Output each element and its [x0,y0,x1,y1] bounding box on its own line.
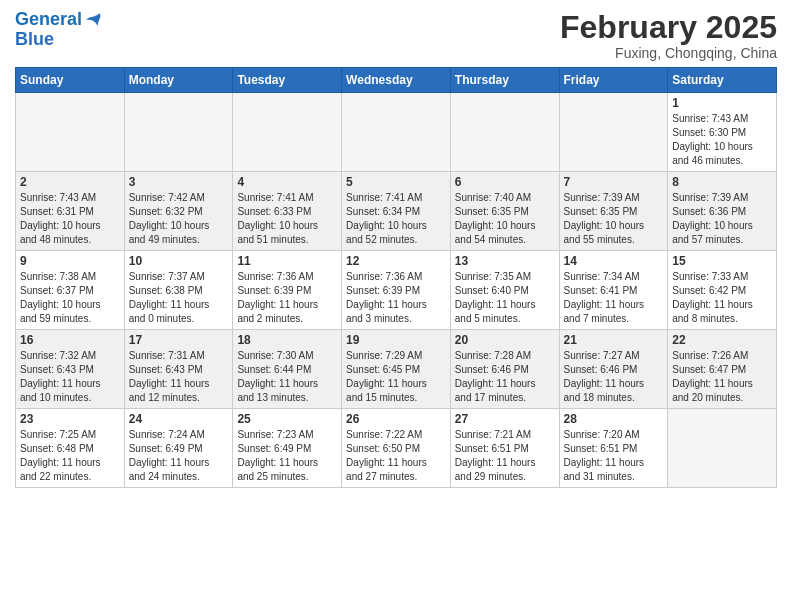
header: General Blue February 2025 Fuxing, Chong… [15,10,777,61]
day-info: Sunrise: 7:38 AM Sunset: 6:37 PM Dayligh… [20,270,120,326]
day-info: Sunrise: 7:32 AM Sunset: 6:43 PM Dayligh… [20,349,120,405]
day-info: Sunrise: 7:43 AM Sunset: 6:31 PM Dayligh… [20,191,120,247]
day-info: Sunrise: 7:24 AM Sunset: 6:49 PM Dayligh… [129,428,229,484]
day-info: Sunrise: 7:22 AM Sunset: 6:50 PM Dayligh… [346,428,446,484]
calendar-week-row: 9Sunrise: 7:38 AM Sunset: 6:37 PM Daylig… [16,251,777,330]
calendar-day-cell: 11Sunrise: 7:36 AM Sunset: 6:39 PM Dayli… [233,251,342,330]
day-number: 20 [455,333,555,347]
day-info: Sunrise: 7:36 AM Sunset: 6:39 PM Dayligh… [237,270,337,326]
weekday-header-tuesday: Tuesday [233,68,342,93]
day-info: Sunrise: 7:26 AM Sunset: 6:47 PM Dayligh… [672,349,772,405]
day-number: 17 [129,333,229,347]
calendar-day-cell: 17Sunrise: 7:31 AM Sunset: 6:43 PM Dayli… [124,330,233,409]
calendar-day-cell: 7Sunrise: 7:39 AM Sunset: 6:35 PM Daylig… [559,172,668,251]
day-info: Sunrise: 7:34 AM Sunset: 6:41 PM Dayligh… [564,270,664,326]
calendar-day-cell: 6Sunrise: 7:40 AM Sunset: 6:35 PM Daylig… [450,172,559,251]
day-number: 13 [455,254,555,268]
day-number: 27 [455,412,555,426]
day-number: 8 [672,175,772,189]
day-info: Sunrise: 7:36 AM Sunset: 6:39 PM Dayligh… [346,270,446,326]
weekday-header-friday: Friday [559,68,668,93]
day-info: Sunrise: 7:28 AM Sunset: 6:46 PM Dayligh… [455,349,555,405]
calendar-day-cell: 12Sunrise: 7:36 AM Sunset: 6:39 PM Dayli… [342,251,451,330]
calendar-day-cell: 1Sunrise: 7:43 AM Sunset: 6:30 PM Daylig… [668,93,777,172]
calendar-day-cell: 8Sunrise: 7:39 AM Sunset: 6:36 PM Daylig… [668,172,777,251]
day-number: 23 [20,412,120,426]
calendar-week-row: 23Sunrise: 7:25 AM Sunset: 6:48 PM Dayli… [16,409,777,488]
calendar-day-cell: 20Sunrise: 7:28 AM Sunset: 6:46 PM Dayli… [450,330,559,409]
calendar-day-cell: 3Sunrise: 7:42 AM Sunset: 6:32 PM Daylig… [124,172,233,251]
calendar-day-cell: 21Sunrise: 7:27 AM Sunset: 6:46 PM Dayli… [559,330,668,409]
calendar-day-cell: 24Sunrise: 7:24 AM Sunset: 6:49 PM Dayli… [124,409,233,488]
day-number: 1 [672,96,772,110]
weekday-header-wednesday: Wednesday [342,68,451,93]
calendar-day-cell [342,93,451,172]
day-info: Sunrise: 7:39 AM Sunset: 6:35 PM Dayligh… [564,191,664,247]
weekday-header-monday: Monday [124,68,233,93]
day-number: 3 [129,175,229,189]
logo: General Blue [15,10,102,50]
day-number: 4 [237,175,337,189]
day-info: Sunrise: 7:31 AM Sunset: 6:43 PM Dayligh… [129,349,229,405]
weekday-header-thursday: Thursday [450,68,559,93]
calendar-day-cell: 18Sunrise: 7:30 AM Sunset: 6:44 PM Dayli… [233,330,342,409]
day-number: 6 [455,175,555,189]
day-number: 24 [129,412,229,426]
day-number: 21 [564,333,664,347]
calendar-day-cell: 28Sunrise: 7:20 AM Sunset: 6:51 PM Dayli… [559,409,668,488]
calendar-day-cell [668,409,777,488]
day-info: Sunrise: 7:21 AM Sunset: 6:51 PM Dayligh… [455,428,555,484]
day-info: Sunrise: 7:23 AM Sunset: 6:49 PM Dayligh… [237,428,337,484]
logo-general: General [15,9,82,29]
calendar-day-cell: 27Sunrise: 7:21 AM Sunset: 6:51 PM Dayli… [450,409,559,488]
day-number: 26 [346,412,446,426]
day-number: 11 [237,254,337,268]
calendar-day-cell: 14Sunrise: 7:34 AM Sunset: 6:41 PM Dayli… [559,251,668,330]
calendar-day-cell: 5Sunrise: 7:41 AM Sunset: 6:34 PM Daylig… [342,172,451,251]
calendar-week-row: 16Sunrise: 7:32 AM Sunset: 6:43 PM Dayli… [16,330,777,409]
calendar-day-cell [559,93,668,172]
day-number: 2 [20,175,120,189]
day-number: 22 [672,333,772,347]
day-number: 14 [564,254,664,268]
logo-blue: Blue [15,29,54,49]
day-info: Sunrise: 7:25 AM Sunset: 6:48 PM Dayligh… [20,428,120,484]
calendar-week-row: 1Sunrise: 7:43 AM Sunset: 6:30 PM Daylig… [16,93,777,172]
calendar-day-cell: 2Sunrise: 7:43 AM Sunset: 6:31 PM Daylig… [16,172,125,251]
calendar-day-cell: 13Sunrise: 7:35 AM Sunset: 6:40 PM Dayli… [450,251,559,330]
day-info: Sunrise: 7:27 AM Sunset: 6:46 PM Dayligh… [564,349,664,405]
calendar-day-cell [16,93,125,172]
calendar-day-cell: 9Sunrise: 7:38 AM Sunset: 6:37 PM Daylig… [16,251,125,330]
day-info: Sunrise: 7:39 AM Sunset: 6:36 PM Dayligh… [672,191,772,247]
day-info: Sunrise: 7:41 AM Sunset: 6:33 PM Dayligh… [237,191,337,247]
calendar-day-cell: 22Sunrise: 7:26 AM Sunset: 6:47 PM Dayli… [668,330,777,409]
day-number: 15 [672,254,772,268]
calendar-day-cell [233,93,342,172]
page: General Blue February 2025 Fuxing, Chong… [0,0,792,612]
day-number: 18 [237,333,337,347]
cal-subtitle: Fuxing, Chongqing, China [560,45,777,61]
calendar-day-cell: 10Sunrise: 7:37 AM Sunset: 6:38 PM Dayli… [124,251,233,330]
day-info: Sunrise: 7:41 AM Sunset: 6:34 PM Dayligh… [346,191,446,247]
calendar-day-cell [124,93,233,172]
day-info: Sunrise: 7:35 AM Sunset: 6:40 PM Dayligh… [455,270,555,326]
day-info: Sunrise: 7:33 AM Sunset: 6:42 PM Dayligh… [672,270,772,326]
calendar-day-cell: 4Sunrise: 7:41 AM Sunset: 6:33 PM Daylig… [233,172,342,251]
day-number: 25 [237,412,337,426]
logo-text: General [15,10,82,30]
calendar-table: SundayMondayTuesdayWednesdayThursdayFrid… [15,67,777,488]
calendar-day-cell [450,93,559,172]
day-number: 12 [346,254,446,268]
day-number: 28 [564,412,664,426]
calendar-day-cell: 19Sunrise: 7:29 AM Sunset: 6:45 PM Dayli… [342,330,451,409]
day-number: 5 [346,175,446,189]
title-block: February 2025 Fuxing, Chongqing, China [560,10,777,61]
weekday-header-sunday: Sunday [16,68,125,93]
weekday-header-saturday: Saturday [668,68,777,93]
calendar-day-cell: 25Sunrise: 7:23 AM Sunset: 6:49 PM Dayli… [233,409,342,488]
day-info: Sunrise: 7:40 AM Sunset: 6:35 PM Dayligh… [455,191,555,247]
day-number: 19 [346,333,446,347]
day-info: Sunrise: 7:43 AM Sunset: 6:30 PM Dayligh… [672,112,772,168]
day-info: Sunrise: 7:42 AM Sunset: 6:32 PM Dayligh… [129,191,229,247]
day-info: Sunrise: 7:37 AM Sunset: 6:38 PM Dayligh… [129,270,229,326]
